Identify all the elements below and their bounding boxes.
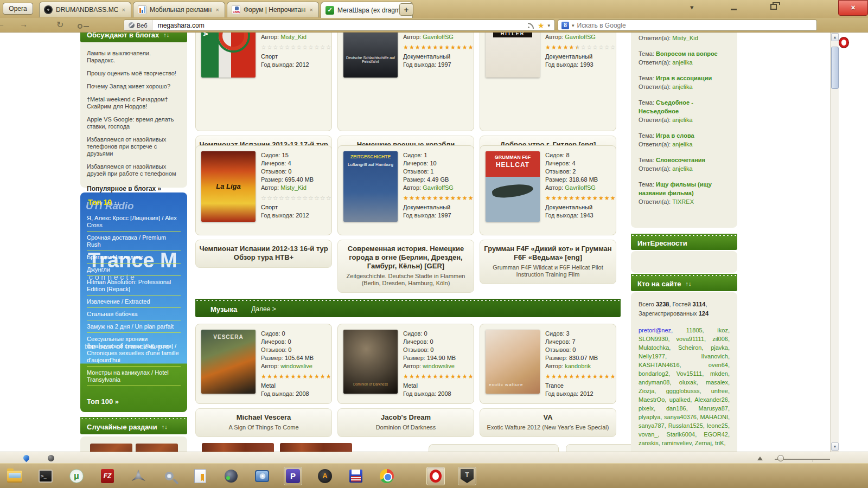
rating-stars[interactable]: ★★★★★★★★★★★★ — [261, 372, 332, 381]
torrent-cover-thumbnail[interactable]: exotic wafture — [486, 330, 540, 394]
torrent-title-panel[interactable]: Jacob's Dream Dominion Of Darkness — [337, 408, 474, 437]
torrent-title-link[interactable]: Чемпионат Испании 2012-13 16-й тур Обзор… — [199, 245, 328, 262]
opera-logo-icon[interactable] — [839, 37, 848, 48]
topic-link[interactable]: Игра в ассоциации — [656, 75, 712, 81]
user-links[interactable]: 11805, ikoz, SLON9930, vova91111, zil006… — [639, 327, 730, 446]
replier-link[interactable]: anjelika — [672, 84, 692, 90]
wand-key-icon[interactable] — [78, 24, 82, 29]
taskbar-icon-media-converter[interactable] — [253, 467, 271, 485]
search-box[interactable]: 8 ▾ Искать в Google — [558, 20, 817, 31]
replier-link[interactable]: TIXREX — [672, 198, 694, 205]
torrent-cover-thumbnail[interactable]: SERIE A — [201, 33, 256, 78]
search-placeholder[interactable]: Искать в Google — [577, 22, 626, 29]
tab-close-icon[interactable]: × — [215, 7, 220, 13]
torrent-title-link[interactable]: Jacob's Dream — [341, 413, 470, 422]
top10-item-link[interactable]: Срочная доставка / Premium Rush — [87, 232, 181, 251]
rating-stars[interactable]: ★★★★★★★★★★★★ — [403, 372, 474, 381]
rating-stars[interactable]: ★★★★★★★★★★★★ — [403, 43, 474, 52]
top100-link[interactable]: Топ 100 » — [87, 397, 119, 406]
scrollbar-thumb[interactable] — [831, 47, 839, 89]
bookmark-star-icon[interactable]: ★ — [538, 22, 545, 29]
torrent-cover-thumbnail[interactable] — [202, 443, 274, 452]
blog-topic-link[interactable]: Прошу оценить моё творчество! — [87, 70, 181, 77]
torrent-cover-thumbnail[interactable]: VESCERA — [201, 330, 256, 394]
opera-menu-button[interactable]: Opera — [3, 3, 33, 15]
torrent-card[interactable]: VESCERA Сидов: 0 Личеров: 0 Отзывов: 0 Р… — [195, 324, 332, 437]
rating-stars[interactable]: ☆☆☆☆☆☆☆☆☆☆☆☆ — [261, 43, 332, 52]
torrent-title-panel[interactable]: Грумман F4F «Дикий кот» и Грумман F6F «В… — [480, 240, 616, 284]
author-link[interactable]: kandobrik — [565, 363, 591, 369]
taskbar-icon-notes[interactable] — [191, 467, 209, 485]
restore-button[interactable] — [770, 4, 777, 10]
blog-topic-link[interactable]: †Metal-weekend с Ричардом† Скайрим для Н… — [87, 96, 181, 110]
top10-item-link[interactable]: Монстры на каникулах / Hotel Transylvani… — [87, 367, 181, 386]
top10-item-link[interactable]: Джунгли — [87, 264, 181, 276]
more-link[interactable]: Далее > — [251, 305, 276, 313]
popular-blogs-link[interactable]: Популярное в блогах » — [87, 185, 181, 192]
author-link[interactable]: Misty_Kid — [280, 34, 307, 40]
blog-topic-link[interactable]: Избавляемся от назойливых телефонов при … — [87, 136, 181, 157]
taskbar-icon-world-of-tanks[interactable]: T — [458, 467, 476, 485]
top10-item-link[interactable]: Сексуальные хроники французской семьи [Л… — [87, 333, 181, 367]
author-link[interactable]: GavriloffSG — [565, 34, 596, 40]
torrent-card[interactable]: La Liga Сидов: 15 Личеров: 4 Отзывов: 0 … — [195, 145, 332, 293]
tab-drumandbass[interactable]: DRUMANDBASS.MOBI × — [39, 2, 131, 17]
bookmark-dropdown-icon[interactable]: ▾ — [547, 23, 550, 28]
blog-topic-link[interactable]: Apple VS Google: время делать ставки, го… — [87, 116, 181, 130]
torrent-cover-thumbnail[interactable]: HITLER — [486, 33, 540, 78]
taskbar-icon-chrome[interactable] — [378, 467, 396, 485]
topic-link[interactable]: Вопросом на вопрос — [656, 50, 718, 57]
taskbar-icon-command-prompt[interactable]: >_ — [36, 467, 55, 485]
topic-link[interactable]: Игра в слова — [656, 132, 694, 139]
replier-link[interactable]: anjelika — [672, 117, 692, 123]
taskbar-icon-utorrent[interactable]: µ — [67, 467, 86, 485]
blog-topic-link[interactable]: Почему Запад живет хорошо? — [87, 83, 181, 90]
taskbar-icon-punto-switcher[interactable]: P — [284, 467, 302, 485]
topic-link[interactable]: Словосочетания — [656, 157, 705, 163]
sort-arrows-icon[interactable]: ↑↓ — [162, 423, 168, 430]
author-link[interactable]: GavriloffSG — [423, 34, 454, 40]
scroll-up-arrow[interactable]: ▲ — [831, 33, 839, 41]
google-engine-icon[interactable]: 8 — [561, 22, 569, 29]
author-link[interactable]: GavriloffSG — [423, 184, 454, 191]
taskbar-icon-audio-player[interactable] — [222, 467, 240, 485]
torrent-title-link[interactable]: VA — [483, 413, 612, 422]
sort-arrows-icon[interactable]: ↑↓ — [686, 280, 692, 287]
address-bar[interactable]: Веб megashara.com ★ ▾ — [124, 20, 555, 31]
top10-item-link[interactable]: Замуж на 2 дня / Un plan parfait — [87, 320, 181, 333]
tab-close-icon[interactable]: × — [309, 7, 314, 13]
forward-icon[interactable]: → — [20, 20, 28, 29]
torrent-cover-thumbnail[interactable]: La Liga — [201, 151, 256, 222]
tab-close-icon[interactable]: × — [121, 7, 126, 13]
taskbar-icon-explorer-folder[interactable] — [5, 467, 24, 485]
tab-forum[interactable]: CMS Форум | Непрочитанн... × — [227, 2, 319, 17]
top10-item-link[interactable]: Стальная бабочка — [87, 308, 181, 320]
torrent-card[interactable]: Dominion of Darkness Сидов: 0 Личеров: 0… — [337, 324, 474, 437]
scroll-down-arrow[interactable]: ▼ — [831, 442, 839, 451]
torrent-cover-thumbnail[interactable]: Dominion of Darkness — [343, 330, 398, 394]
blog-topic-link[interactable]: Лампы и выключатели. Парадокс. — [87, 50, 181, 64]
close-button[interactable]: × — [838, 0, 868, 16]
torrent-title-link[interactable]: Michael Vescera — [199, 413, 328, 422]
water-drop-icon[interactable] — [22, 454, 31, 463]
new-tab-button[interactable]: + — [399, 3, 413, 16]
zoom-slider-knob[interactable] — [777, 455, 784, 461]
reload-icon[interactable]: ↻ — [56, 20, 63, 30]
rating-stars[interactable]: ☆☆☆☆☆☆☆☆☆☆☆☆ — [261, 194, 332, 202]
random-cover-thumbnail[interactable] — [90, 444, 132, 452]
tab-overflow-chevron-icon[interactable]: ▾ — [690, 3, 694, 11]
torrent-title-panel[interactable]: Michael Vescera A Sign Of Things To Come — [195, 408, 332, 437]
security-badge[interactable]: Веб — [124, 20, 152, 30]
tab-mobile-ads[interactable]: Мобильная рекламна... × — [133, 2, 225, 17]
rss-feed-icon[interactable] — [528, 22, 534, 29]
rating-stars[interactable]: ★★★★★★★★★★★★ — [545, 194, 616, 202]
replier-link[interactable]: anjelika — [672, 59, 692, 66]
torrent-card[interactable]: GRUMMAN F6F HELLCAT Сидов: 8 Личеров: 4 … — [480, 145, 616, 293]
minimize-button[interactable] — [731, 9, 737, 10]
taskbar-icon-aimp[interactable]: A — [316, 467, 334, 485]
blog-topic-link[interactable]: Избавляемся от назойливых друзей при раб… — [87, 163, 181, 177]
top10-item-link[interactable]: Hitman Absolution: Professional Edition … — [87, 276, 181, 296]
torrent-title-link[interactable]: Грумман F4F «Дикий кот» и Грумман F6F «В… — [483, 245, 612, 262]
panels-toggle-icon[interactable] — [757, 457, 763, 460]
top10-item-link[interactable]: Извлечение / Extracted — [87, 296, 181, 308]
